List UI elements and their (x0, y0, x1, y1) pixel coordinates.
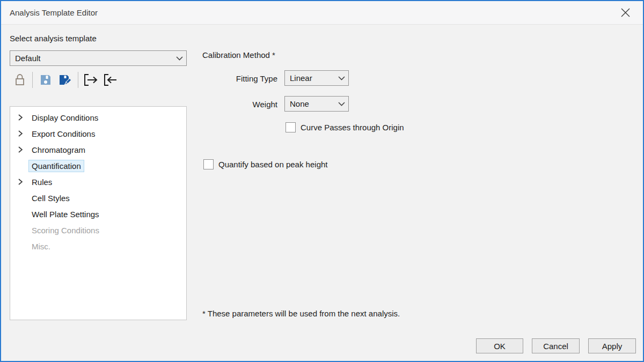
template-selector-value: Default (10, 54, 172, 63)
footnote-text: * These parameters will be used from the… (202, 309, 400, 318)
dialog-title: Analysis Template Editor (10, 1, 98, 25)
curve-origin-checkbox[interactable] (286, 122, 296, 132)
fitting-type-dropdown[interactable]: Linear (284, 70, 349, 86)
chevron-right-icon[interactable] (17, 114, 24, 121)
import-button[interactable] (101, 71, 121, 89)
tree-item-label: Scoring Conditions (28, 224, 103, 237)
ok-button[interactable]: OK (476, 338, 523, 353)
weight-dropdown[interactable]: None (284, 96, 349, 112)
peak-height-checkbox[interactable] (203, 159, 214, 169)
analysis-template-editor-dialog: Analysis Template Editor Select analysis… (0, 0, 644, 362)
fitting-type-label: Fitting Type (202, 74, 277, 83)
template-selector-label: Select analysis template (10, 34, 97, 43)
tree-item-export-conditions[interactable]: Export Conditions (10, 125, 186, 142)
chevron-down-icon (334, 76, 348, 80)
tree-item-cell-styles[interactable]: Cell Styles (10, 190, 186, 206)
save-icon (39, 73, 52, 86)
tree-item-label: Export Conditions (28, 128, 98, 140)
save-edit-icon (58, 73, 72, 87)
fitting-type-value: Linear (285, 73, 334, 83)
toolbar-separator (78, 72, 78, 88)
chevron-down-icon (172, 56, 186, 61)
export-button[interactable] (81, 71, 101, 89)
titlebar: Analysis Template Editor (1, 1, 643, 25)
tree-item-misc: Misc. (10, 238, 186, 254)
settings-tree: Display Conditions Export Conditions Chr… (10, 106, 187, 320)
tree-item-label: Quantification (28, 160, 84, 172)
calibration-method-heading: Calibration Method * (202, 50, 275, 60)
peak-height-checkbox-label: Quantify based on peak height (218, 160, 327, 169)
tree-item-display-conditions[interactable]: Display Conditions (10, 109, 186, 125)
chevron-right-icon[interactable] (17, 130, 24, 137)
template-toolbar (10, 70, 121, 90)
save-as-button[interactable] (55, 71, 75, 89)
cancel-button[interactable]: Cancel (532, 338, 580, 353)
save-button[interactable] (35, 71, 55, 89)
template-selector-dropdown[interactable]: Default (10, 50, 187, 66)
apply-button[interactable]: Apply (588, 338, 636, 353)
tree-item-label: Chromatogram (28, 144, 89, 156)
tree-item-chromatogram[interactable]: Chromatogram (10, 142, 186, 158)
tree-item-label: Rules (28, 176, 55, 188)
close-icon (621, 8, 630, 17)
tree-item-label: Well Plate Settings (28, 208, 103, 220)
tree-item-rules[interactable]: Rules (10, 174, 186, 190)
lock-icon (14, 73, 26, 86)
tree-item-well-plate-settings[interactable]: Well Plate Settings (10, 206, 186, 222)
curve-origin-checkbox-label: Curve Passes through Origin (301, 123, 404, 132)
chevron-right-icon[interactable] (17, 146, 24, 153)
tree-item-quantification[interactable]: Quantification (10, 158, 186, 174)
tree-item-label: Misc. (28, 240, 54, 253)
lock-button[interactable] (10, 71, 30, 89)
weight-label: Weight (202, 100, 277, 109)
import-icon (104, 74, 119, 86)
tree-item-scoring-conditions: Scoring Conditions (10, 222, 186, 238)
close-button[interactable] (613, 1, 638, 24)
export-icon (84, 74, 99, 86)
tree-item-label: Display Conditions (28, 112, 101, 124)
toolbar-separator (32, 72, 33, 88)
peak-height-checkbox-row: Quantify based on peak height (203, 159, 327, 169)
chevron-right-icon[interactable] (17, 179, 24, 185)
curve-origin-checkbox-row: Curve Passes through Origin (286, 122, 404, 132)
chevron-down-icon (334, 102, 348, 106)
tree-item-label: Cell Styles (28, 192, 73, 204)
weight-value: None (285, 99, 334, 108)
